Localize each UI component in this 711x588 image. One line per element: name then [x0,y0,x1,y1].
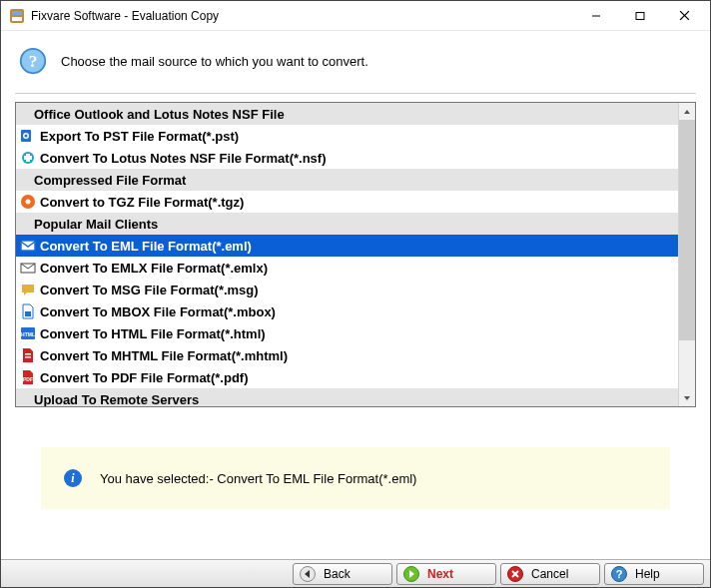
scroll-up-button[interactable] [679,103,695,120]
eml-icon [20,238,36,254]
list-group-header: Office Outlook and Lotus Notes NSF File [16,103,678,125]
back-label: Back [322,567,385,581]
list-item-eml[interactable]: Convert To EML File Format(*.eml) [16,235,678,257]
svg-rect-1 [12,11,22,15]
list-item-html[interactable]: HTMLConvert To HTML File Format(*.html) [16,322,678,344]
arrow-left-icon [300,566,316,582]
list-item-tgz[interactable]: Convert to TGZ File Format(*.tgz) [16,191,678,213]
scroll-track[interactable] [679,120,695,389]
minimize-button[interactable] [574,2,618,30]
list-item-label: Convert To MBOX File Format(*.mbox) [40,304,276,319]
mhtml-icon [20,347,36,363]
list-item-label: Convert To HTML File Format(*.html) [40,326,266,341]
scroll-down-button[interactable] [679,389,695,406]
titlebar-title: Fixvare Software - Evaluation Copy [31,9,574,23]
format-list-container: Office Outlook and Lotus Notes NSF FileE… [15,102,696,407]
list-item-msg[interactable]: Convert To MSG File Format(*.msg) [16,279,678,300]
svg-text:?: ? [29,51,38,71]
app-window: Fixvare Software - Evaluation Copy ? Cho… [0,0,711,588]
format-list[interactable]: Office Outlook and Lotus Notes NSF FileE… [16,103,678,406]
svg-marker-26 [684,396,690,400]
mbox-icon [20,303,36,319]
list-item-label: Convert To Lotus Notes NSF File Format(*… [40,151,327,166]
svg-rect-19 [25,311,31,316]
pdf-icon: PDF [20,369,36,385]
list-item-label: Convert To MSG File Format(*.msg) [40,283,259,297]
app-icon [9,8,25,24]
svg-text:HTML: HTML [21,331,35,337]
list-item-label: Convert To MHTML File Format(*.mhtml) [40,348,288,363]
svg-rect-17 [21,241,35,251]
maximize-button[interactable] [618,2,662,30]
list-item-label: Convert To EMLX File Format(*.emlx) [40,261,268,276]
titlebar: Fixvare Software - Evaluation Copy [1,1,710,31]
svg-rect-14 [24,156,32,160]
question-icon: ? [19,47,47,75]
svg-rect-22 [25,353,31,355]
svg-text:?: ? [616,568,623,580]
nsf-icon [20,150,36,166]
help-label: Help [633,567,697,581]
list-item-label: Convert to TGZ File Format(*.tgz) [40,195,244,210]
info-value: Convert To EML File Format(*.eml) [217,471,416,486]
instruction-text: Choose the mail source to which you want… [61,54,368,69]
list-group-header: Compressed File Format [16,169,678,191]
svg-marker-25 [684,110,690,114]
info-panel: i You have selected:- Convert To EML Fil… [41,447,670,509]
svg-rect-4 [636,12,644,19]
list-group-header: Upload To Remote Servers [16,388,678,406]
cancel-button[interactable]: Cancel [500,563,600,585]
next-button[interactable]: Next [396,563,496,585]
svg-point-11 [25,135,28,138]
back-button[interactable]: Back [293,563,392,585]
msg-icon [20,282,36,297]
next-label: Next [425,567,489,581]
list-item-pdf[interactable]: PDFConvert To PDF File Format(*.pdf) [16,366,678,388]
tgz-icon [20,194,36,210]
list-item-label: Convert To PDF File Format(*.pdf) [40,370,248,385]
arrow-right-icon [403,566,419,582]
svg-rect-2 [12,17,22,21]
list-item-label: Export To PST File Format(*.pst) [40,129,239,144]
list-item-emlx[interactable]: Convert To EMLX File Format(*.emlx) [16,257,678,279]
pst-icon [20,128,36,144]
list-item-mhtml[interactable]: Convert To MHTML File Format(*.mhtml) [16,344,678,366]
svg-text:PDF: PDF [23,376,33,382]
close-button[interactable] [662,2,706,30]
list-item-mbox[interactable]: Convert To MBOX File Format(*.mbox) [16,300,678,322]
help-icon: ? [611,566,627,582]
info-text: You have selected:- Convert To EML File … [100,471,416,486]
divider [15,93,696,94]
scroll-thumb[interactable] [679,120,695,340]
cancel-icon [507,566,523,582]
html-icon: HTML [20,325,36,341]
svg-rect-23 [25,356,31,358]
instruction-row: ? Choose the mail source to which you wa… [1,31,710,85]
help-button[interactable]: ? Help [604,563,704,585]
scrollbar[interactable] [678,103,695,406]
emlx-icon [20,260,36,276]
svg-point-16 [26,200,31,205]
info-prefix: You have selected:- [100,471,217,486]
list-item-pst[interactable]: Export To PST File Format(*.pst) [16,125,678,147]
list-item-nsf[interactable]: Convert To Lotus Notes NSF File Format(*… [16,147,678,169]
list-group-header: Popular Mail Clients [16,213,678,235]
button-bar: Back Next Cancel ? Help [1,559,710,587]
cancel-label: Cancel [529,567,593,581]
list-item-label: Convert To EML File Format(*.eml) [40,239,252,254]
info-icon: i [64,469,82,487]
